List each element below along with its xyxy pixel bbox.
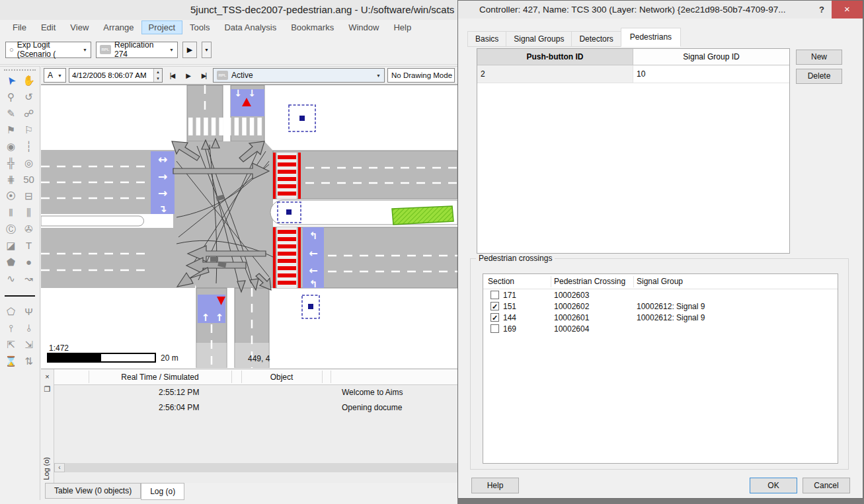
node-tool[interactable]: ☍ bbox=[24, 108, 34, 118]
skip-to-end-button[interactable]: ▶| bbox=[197, 69, 210, 82]
menu-data-analysis[interactable]: Data Analysis bbox=[217, 20, 284, 34]
menu-window[interactable]: Window bbox=[341, 20, 386, 34]
zoom-tool[interactable]: ⚲ bbox=[7, 92, 15, 102]
log-horizontal-scrollbar[interactable]: ‹ bbox=[54, 463, 457, 472]
help-icon[interactable]: ? bbox=[812, 1, 832, 18]
tab-log-o-[interactable]: Log (o) bbox=[141, 483, 184, 500]
log-row[interactable]: 2:56:04 PMOpening docume bbox=[54, 400, 457, 415]
link-tool[interactable]: ⇲ bbox=[24, 340, 33, 349]
menu-help[interactable]: Help bbox=[386, 20, 418, 34]
cancel-button[interactable]: Cancel bbox=[803, 478, 850, 493]
ring-tool[interactable]: ◎ bbox=[24, 158, 33, 168]
col-section[interactable]: Section bbox=[488, 277, 514, 286]
crossing-row[interactable]: ✓1511000260210002612: Signal 9 bbox=[483, 301, 838, 312]
menu-tools[interactable]: Tools bbox=[182, 20, 217, 34]
run-options-dropdown[interactable]: ▼ bbox=[202, 42, 212, 58]
crossing-checkbox[interactable] bbox=[491, 291, 499, 299]
tab-table-view-0-objects-[interactable]: Table View (0 objects) bbox=[45, 483, 141, 499]
menu-file[interactable]: File bbox=[5, 20, 34, 34]
scroll-left-icon[interactable]: ‹ bbox=[54, 463, 65, 472]
reorder-tool[interactable]: ⇅ bbox=[24, 356, 33, 366]
view-mode-combo[interactable]: A ▼ bbox=[44, 68, 66, 83]
roundabout-tool[interactable]: ◉ bbox=[7, 141, 15, 151]
bezier-tool[interactable]: ↝ bbox=[24, 273, 33, 283]
col-pedestrian-crossing[interactable]: Pedestrian Crossing bbox=[554, 277, 625, 286]
junction-tool[interactable]: ╬ bbox=[7, 158, 15, 168]
run-simulation-button[interactable]: ▶ bbox=[182, 42, 197, 58]
pin-tool[interactable]: ⫯ bbox=[9, 323, 13, 333]
crossing-row[interactable]: 16910002604 bbox=[483, 324, 838, 335]
circle-tool[interactable]: ● bbox=[26, 257, 32, 267]
hourglass-tool[interactable]: ⌛ bbox=[5, 356, 17, 366]
lane-marking-tool[interactable]: ┆ bbox=[26, 141, 32, 151]
anchor-tool[interactable]: ⫰ bbox=[26, 323, 31, 333]
fork-tool[interactable]: Ψ bbox=[24, 306, 33, 316]
main-titlebar[interactable]: 5junct_TSS-dec2007-pedestrian.ang - U:/s… bbox=[0, 0, 457, 20]
bus-stop-tool[interactable]: ⊟ bbox=[24, 191, 33, 201]
curve-flag-tool[interactable]: ⚐ bbox=[24, 125, 33, 135]
menu-view[interactable]: View bbox=[63, 20, 96, 34]
select-tool[interactable]: ➤ bbox=[4, 73, 18, 87]
menu-edit[interactable]: Edit bbox=[34, 20, 63, 34]
drawing-mode-combo[interactable]: No Drawing Mode bbox=[387, 68, 455, 83]
delete-button[interactable]: Delete bbox=[796, 69, 842, 84]
text-tool[interactable]: T bbox=[26, 240, 32, 250]
simulation-datetime-field[interactable]: 4/12/2005 8:06:07 AM ▲ ▼ bbox=[69, 68, 163, 83]
col-pushbutton-id[interactable]: Push-button ID bbox=[477, 49, 633, 65]
spin-down-icon[interactable]: ▼ bbox=[154, 75, 162, 82]
crossing-checkbox[interactable] bbox=[491, 324, 499, 333]
close-icon[interactable]: × bbox=[42, 371, 53, 382]
polygon-tool[interactable]: ⬟ bbox=[7, 257, 15, 267]
crossing-checkbox[interactable]: ✓ bbox=[491, 302, 499, 310]
pan-tool[interactable]: ✋ bbox=[22, 75, 35, 85]
polyline-tool[interactable]: ∿ bbox=[7, 273, 15, 283]
pushbutton-row[interactable]: 210 bbox=[477, 65, 789, 83]
tab-pedestrians[interactable]: Pedestrians bbox=[621, 28, 681, 47]
close-icon[interactable]: × bbox=[832, 1, 863, 18]
play-button[interactable]: ▶ bbox=[181, 69, 194, 82]
metering-tool[interactable]: ⋕ bbox=[7, 174, 15, 184]
dialog-titlebar[interactable]: Controller: 427, Name: TCS 300 (Layer: N… bbox=[458, 1, 863, 18]
tab-basics[interactable]: Basics bbox=[467, 31, 506, 47]
pushbutton-id-cell[interactable]: 2 bbox=[477, 65, 633, 83]
menu-bookmarks[interactable]: Bookmarks bbox=[284, 20, 341, 34]
subnetwork-tool[interactable]: ⬠ bbox=[7, 306, 15, 316]
crossing-checkbox[interactable]: ✓ bbox=[491, 313, 499, 322]
section-flag-tool[interactable]: ⚑ bbox=[7, 125, 15, 135]
rotate-tool[interactable]: ↺ bbox=[24, 92, 33, 102]
camera-tool[interactable]: ✇ bbox=[24, 224, 33, 234]
log-col-time[interactable]: Real Time / Simulated bbox=[89, 369, 231, 385]
reserved-lanes-tool[interactable]: ⫼ bbox=[26, 207, 31, 217]
traffic-light-tool[interactable]: ⦿ bbox=[6, 191, 16, 201]
pushbutton-table[interactable]: Push-button ID Signal Group ID 210 bbox=[477, 48, 790, 254]
tab-signal-groups[interactable]: Signal Groups bbox=[506, 31, 572, 47]
extrude-tool[interactable]: ◪ bbox=[6, 240, 15, 250]
col-signal-group-id[interactable]: Signal Group ID bbox=[633, 49, 789, 65]
spin-up-icon[interactable]: ▲ bbox=[154, 69, 162, 75]
section-tool[interactable]: ✎ bbox=[7, 108, 15, 118]
help-button[interactable]: Help bbox=[471, 478, 519, 493]
log-col-object[interactable]: Object bbox=[241, 369, 322, 385]
log-row[interactable]: 2:55:12 PMWelcome to Aims bbox=[54, 385, 457, 400]
vector-tool[interactable]: ⇱ bbox=[7, 340, 15, 349]
col-signal-group[interactable]: Signal Group bbox=[637, 277, 683, 286]
green-reserved-area[interactable] bbox=[392, 206, 453, 225]
menu-project[interactable]: Project bbox=[141, 20, 182, 34]
signal-group-id-cell[interactable]: 10 bbox=[633, 65, 789, 83]
network-canvas[interactable]: ↔ → → ↴ ↰ ← ← ↰ ↓ ↓ ↑ ↑ 1: bbox=[41, 85, 457, 369]
scenario-combo[interactable]: ○ Exp Logit (Scenario ( ▼ bbox=[5, 42, 91, 58]
crossings-table[interactable]: Section Pedestrian Crossing Signal Group… bbox=[483, 273, 838, 464]
menu-arrange[interactable]: Arrange bbox=[96, 20, 141, 34]
speed-limit-tool[interactable]: 50 bbox=[23, 174, 34, 184]
crossing-row[interactable]: 17110002603 bbox=[483, 290, 838, 301]
palette-drag-handle[interactable] bbox=[4, 69, 36, 71]
crossing-row[interactable]: ✓1441000260110002612: Signal 9 bbox=[483, 312, 838, 324]
ok-button[interactable]: OK bbox=[750, 478, 797, 493]
lanes-tool[interactable]: ⫴ bbox=[9, 207, 13, 217]
centroid-tool[interactable]: Ⓒ bbox=[6, 224, 16, 234]
tab-detectors[interactable]: Detectors bbox=[571, 31, 621, 47]
skip-to-start-button[interactable]: |◀ bbox=[165, 69, 178, 82]
float-panel-icon[interactable]: ❐ bbox=[42, 384, 53, 394]
replication-combo[interactable]: RPL Replication 274 ▼ bbox=[96, 42, 178, 58]
new-button[interactable]: New bbox=[796, 50, 842, 65]
